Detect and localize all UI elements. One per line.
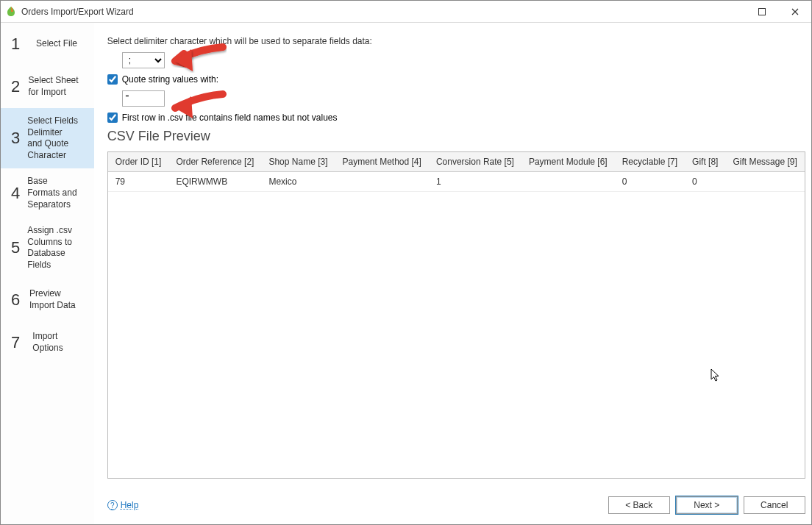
- first-row-label: First row in .csv file contains field na…: [122, 113, 338, 123]
- table-cell: 0: [615, 172, 685, 192]
- delimiter-select[interactable]: ;: [122, 52, 165, 68]
- quote-checkbox[interactable]: [107, 74, 118, 85]
- step-label: Preview Import Data: [29, 288, 84, 311]
- help-label: Help: [121, 500, 139, 510]
- table-cell: [335, 172, 428, 192]
- step-label: Base Formats and Separators: [27, 176, 83, 210]
- help-icon: ?: [107, 500, 118, 510]
- table-column-header[interactable]: Conversion Rate [5]: [429, 152, 521, 172]
- csv-preview-table: Order ID [1]Order Reference [2]Shop Name…: [108, 152, 805, 192]
- table-cell: 1: [429, 172, 521, 192]
- step-number: 1: [11, 35, 29, 54]
- step-number: 3: [11, 129, 20, 148]
- table-cell: 79: [108, 172, 169, 192]
- window-title: Orders Import/Export Wizard: [21, 7, 745, 17]
- preview-title: CSV File Preview: [107, 129, 805, 144]
- quote-label: Quote string values with:: [122, 74, 218, 85]
- wizard-step-7[interactable]: 7Import Options: [1, 321, 94, 364]
- main-panel: Select delimiter character which will be…: [94, 23, 812, 525]
- close-button[interactable]: [778, 1, 811, 23]
- table-column-header[interactable]: Payment Module [6]: [521, 152, 615, 172]
- wizard-step-5[interactable]: 5Assign .csv Columns to Database Fields: [1, 218, 94, 278]
- step-number: 2: [11, 77, 21, 96]
- step-number: 4: [11, 184, 20, 203]
- wizard-step-4[interactable]: 4Base Formats and Separators: [1, 168, 94, 218]
- step-label: Assign .csv Columns to Database Fields: [27, 225, 83, 271]
- table-column-header[interactable]: Shop Name [3]: [261, 152, 335, 172]
- svg-rect-0: [758, 8, 765, 15]
- table-row[interactable]: 79EQIRWMWBMexico100: [108, 172, 805, 192]
- table-column-header[interactable]: Order ID [1]: [108, 152, 169, 172]
- table-column-header[interactable]: Recyclable [7]: [615, 152, 685, 172]
- step-number: 7: [11, 333, 25, 352]
- table-column-header[interactable]: Gift [8]: [685, 152, 725, 172]
- table-column-header[interactable]: Order Reference [2]: [168, 152, 261, 172]
- quote-input[interactable]: [122, 90, 165, 107]
- titlebar: Orders Import/Export Wizard: [1, 1, 811, 23]
- wizard-step-2[interactable]: 2Select Sheet for Import: [1, 65, 94, 108]
- app-icon: [5, 6, 17, 18]
- back-button[interactable]: < Back: [608, 496, 670, 514]
- step-label: Select Sheet for Import: [29, 75, 84, 98]
- table-column-header[interactable]: Gift Message [9]: [725, 152, 804, 172]
- maximize-button[interactable]: [745, 1, 778, 23]
- table-column-header[interactable]: Payment Method [4]: [335, 152, 428, 172]
- window-controls: [745, 1, 811, 23]
- delimiter-instruction: Select delimiter character which will be…: [107, 36, 805, 46]
- first-row-checkbox[interactable]: [107, 113, 118, 123]
- table-cell: [521, 172, 615, 192]
- step-label: Select Fields Delimiter and Quote Charac…: [27, 115, 83, 161]
- table-cell: EQIRWMWB: [168, 172, 261, 192]
- table-cell: Mexico: [261, 172, 335, 192]
- wizard-step-3[interactable]: 3Select Fields Delimiter and Quote Chara…: [1, 108, 94, 168]
- csv-preview-table-wrap: Order ID [1]Order Reference [2]Shop Name…: [107, 151, 805, 479]
- wizard-step-6[interactable]: 6Preview Import Data: [1, 279, 94, 321]
- wizard-steps-sidebar: 1Select File2Select Sheet for Import3Sel…: [1, 23, 94, 525]
- step-number: 6: [11, 290, 22, 310]
- next-button[interactable]: Next >: [676, 496, 738, 514]
- step-label: Select File: [36, 38, 82, 50]
- wizard-step-1[interactable]: 1Select File: [1, 23, 94, 65]
- wizard-footer: ? Help < Back Next > Cancel: [107, 488, 805, 517]
- step-number: 5: [11, 238, 20, 257]
- cancel-button[interactable]: Cancel: [744, 496, 805, 514]
- table-cell: [725, 172, 804, 192]
- table-cell: 0: [685, 172, 725, 192]
- help-link[interactable]: ? Help: [107, 500, 139, 510]
- step-label: Import Options: [32, 331, 83, 354]
